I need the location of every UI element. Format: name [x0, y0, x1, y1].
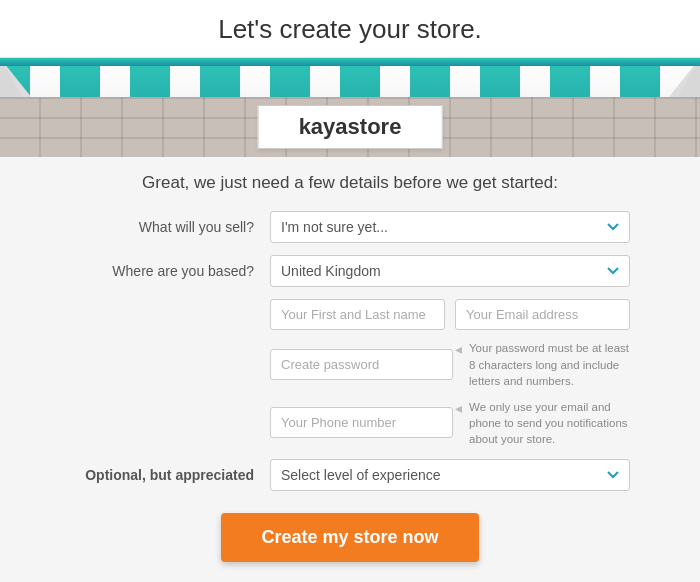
subtitle: Great, we just need a few details before…: [142, 173, 558, 193]
page-title: Let's create your store.: [0, 14, 700, 45]
based-select[interactable]: United Kingdom United States Canada Aust…: [270, 255, 630, 287]
phone-note: ◂ We only use your email and phone to se…: [463, 399, 630, 447]
page-wrapper: Let's create your store.: [0, 0, 700, 582]
based-row: Where are you based? United Kingdom Unit…: [70, 255, 630, 287]
store-sign: kayastore: [258, 105, 443, 149]
sell-select[interactable]: I'm not sure yet... Physical products Di…: [270, 211, 630, 243]
form-container: What will you sell? I'm not sure yet... …: [70, 211, 630, 507]
password-note: ◂ Your password must be at least 8 chara…: [463, 340, 630, 388]
main-content: Great, we just need a few details before…: [0, 157, 700, 582]
phone-input[interactable]: [270, 407, 453, 438]
optional-label: Optional, but appreciated: [70, 467, 270, 483]
awning-section: kayastore: [0, 58, 700, 157]
sell-control: I'm not sure yet... Physical products Di…: [270, 211, 630, 243]
header: Let's create your store.: [0, 0, 700, 58]
based-label: Where are you based?: [70, 263, 270, 279]
first-last-input[interactable]: [270, 299, 445, 330]
email-input[interactable]: [455, 299, 630, 330]
password-input[interactable]: [270, 349, 453, 380]
sell-label: What will you sell?: [70, 219, 270, 235]
svg-rect-20: [0, 58, 700, 66]
experience-select[interactable]: Select level of experience Beginner Inte…: [270, 459, 630, 491]
based-control: United Kingdom United States Canada Aust…: [270, 255, 630, 287]
optional-row: Optional, but appreciated Select level o…: [70, 459, 630, 491]
create-store-button[interactable]: Create my store now: [221, 513, 478, 562]
store-name: kayastore: [299, 114, 402, 139]
sell-row: What will you sell? I'm not sure yet... …: [70, 211, 630, 243]
experience-control: Select level of experience Beginner Inte…: [270, 459, 630, 491]
